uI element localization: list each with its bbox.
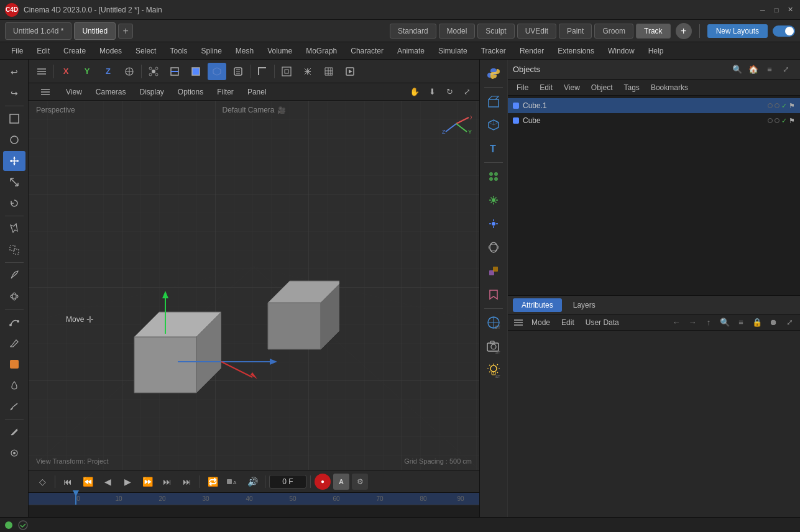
nav-options[interactable]: Options	[173, 86, 208, 98]
attr-menu-hamburger[interactable]	[512, 317, 525, 328]
boole-button[interactable]	[482, 260, 505, 282]
viewport[interactable]: X Y Z Perspective Default Camera 🎥 Move …	[29, 101, 479, 470]
menu-create[interactable]: Create	[57, 44, 92, 58]
zoom-button[interactable]: ↻	[442, 85, 457, 99]
obj-menu-tags[interactable]: Tags	[619, 82, 645, 93]
axis-y-button[interactable]: Y	[78, 63, 96, 80]
point-mode-button[interactable]	[144, 63, 163, 80]
attr-back-button[interactable]: ←	[669, 316, 683, 329]
menu-file[interactable]: File	[5, 44, 29, 58]
text-object-button[interactable]: T	[482, 137, 505, 160]
attr-menu-edit[interactable]: Edit	[556, 317, 579, 328]
menu-help[interactable]: Help	[642, 44, 670, 58]
move-tool-button[interactable]	[3, 151, 25, 171]
cube-3d-button[interactable]	[482, 114, 505, 136]
prev-key-button[interactable]: ⏪	[79, 474, 96, 490]
texture-mode-button[interactable]	[229, 63, 247, 80]
menu-volume[interactable]: Volume	[261, 44, 298, 58]
objects-list-button[interactable]: ≡	[763, 63, 776, 76]
scale-tool-button[interactable]	[3, 172, 25, 192]
attr-up-button[interactable]: ↑	[702, 316, 715, 329]
capsule-button[interactable]	[482, 236, 505, 259]
maximize-viewport-button[interactable]: ⤢	[459, 85, 474, 99]
frame-counter[interactable]: 0 F	[269, 475, 306, 488]
transform-button[interactable]	[298, 63, 317, 80]
menu-select[interactable]: Select	[129, 44, 162, 58]
python-script-button[interactable]	[482, 62, 505, 85]
objects-search-button[interactable]: 🔍	[730, 63, 744, 76]
tab-layers[interactable]: Layers	[564, 298, 604, 312]
autokey-button[interactable]: A	[333, 474, 349, 490]
axis-z-button[interactable]: Z	[99, 63, 117, 80]
window-controls[interactable]: ─ □ ✕	[758, 5, 795, 15]
brush-a-button[interactable]	[3, 375, 25, 395]
object-row-cube[interactable]: Cube ✓ ⚑	[508, 113, 800, 128]
render-button[interactable]	[341, 63, 359, 80]
layout-uvedit[interactable]: UVEdit	[517, 24, 556, 39]
menu-character[interactable]: Character	[344, 44, 390, 58]
multiselect-button[interactable]	[3, 240, 25, 260]
attr-search-button[interactable]: 🔍	[718, 316, 732, 329]
maximize-button[interactable]: □	[771, 5, 781, 15]
play-button[interactable]: ▶	[119, 474, 136, 490]
deformer-button[interactable]	[482, 213, 505, 235]
layout-paint[interactable]: Paint	[559, 24, 592, 39]
objects-expand-button[interactable]: ⤢	[779, 63, 793, 76]
cube2-object[interactable]	[259, 262, 339, 355]
layout-groom[interactable]: Groom	[594, 24, 633, 39]
select-button[interactable]	[3, 219, 25, 239]
nav-hamburger[interactable]	[34, 85, 57, 99]
axis-x-button[interactable]: X	[57, 63, 75, 80]
obj-menu-view[interactable]: View	[559, 82, 585, 93]
orbit-button[interactable]: ⬇	[425, 85, 439, 99]
paint-tool-button[interactable]	[3, 265, 25, 285]
nav-filter[interactable]: Filter	[212, 86, 239, 98]
color-swatch-button[interactable]	[3, 354, 25, 374]
knife-tool-button[interactable]	[3, 422, 25, 442]
timeline-settings-button[interactable]: ⚙	[352, 474, 368, 490]
menu-tracker[interactable]: Tracker	[475, 44, 512, 58]
menu-mograph[interactable]: MoGraph	[300, 44, 343, 58]
snap-button[interactable]	[3, 443, 25, 463]
nav-view[interactable]: View	[61, 86, 87, 98]
attr-menu-mode[interactable]: Mode	[526, 317, 555, 328]
add-tab-button[interactable]: +	[118, 24, 133, 39]
globe-st-button[interactable]: ST	[482, 311, 505, 334]
redo-button[interactable]: ↪	[3, 83, 25, 103]
object-mode-button[interactable]	[3, 130, 25, 150]
spline-tool-button[interactable]	[3, 312, 25, 332]
face-mode-button[interactable]	[186, 63, 205, 80]
attr-forward-button[interactable]: →	[686, 316, 699, 329]
record-button[interactable]: ●	[315, 474, 331, 490]
timeline-playhead[interactable]	[75, 493, 76, 505]
loft-button[interactable]	[482, 283, 505, 306]
viewport-menu-button[interactable]	[32, 63, 51, 80]
obj-menu-object[interactable]: Object	[586, 82, 618, 93]
rotate-tool-button[interactable]	[3, 193, 25, 213]
play-backward-button[interactable]: ◀	[99, 474, 116, 490]
obj-active-check[interactable]: ✓	[781, 102, 787, 110]
attr-lock-button[interactable]: 🔒	[750, 316, 764, 329]
attr-menu-userdata[interactable]: User Data	[581, 317, 624, 328]
undo-button[interactable]: ↩	[3, 62, 25, 82]
object-row-cube1[interactable]: Cube.1 ✓ ⚑	[508, 98, 800, 113]
obj-active-check-2[interactable]: ✓	[781, 117, 787, 125]
effector-button[interactable]	[482, 189, 505, 211]
menu-extensions[interactable]: Extensions	[551, 44, 600, 58]
menu-edit[interactable]: Edit	[30, 44, 56, 58]
attr-list-button[interactable]: ≡	[734, 316, 748, 329]
layout-sculpt[interactable]: Sculpt	[477, 24, 514, 39]
nav-panel[interactable]: Panel	[242, 86, 272, 98]
obj-menu-file[interactable]: File	[512, 82, 533, 93]
menu-modes[interactable]: Modes	[93, 44, 128, 58]
cloner-button[interactable]	[482, 165, 505, 188]
brush-b-button[interactable]	[3, 397, 25, 416]
tab-untitled1[interactable]: Untitled 1.c4d *	[5, 22, 71, 40]
grid-button[interactable]	[320, 63, 338, 80]
model-mode-button[interactable]	[3, 109, 25, 129]
obj-flag-2[interactable]: ⚑	[789, 117, 795, 125]
menu-tools[interactable]: Tools	[163, 44, 193, 58]
sculpt-tool-button[interactable]	[3, 287, 25, 306]
snap-viewport-button[interactable]	[277, 63, 296, 80]
vis-dot-2[interactable]	[775, 103, 779, 108]
